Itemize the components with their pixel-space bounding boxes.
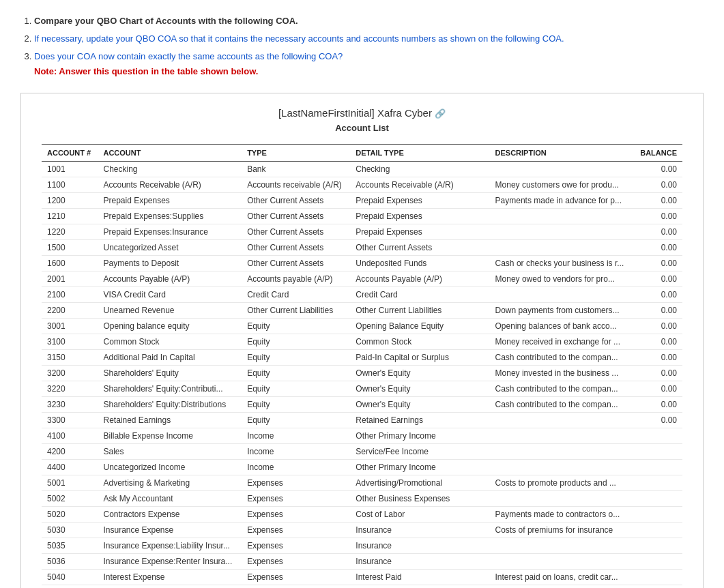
table-header: ACCOUNT # ACCOUNT TYPE DETAIL TYPE DESCR… [42, 145, 682, 162]
account-table: ACCOUNT # ACCOUNT TYPE DETAIL TYPE DESCR… [42, 144, 682, 588]
cell-account-num: 4200 [42, 444, 98, 460]
cell-type: Other Current Assets [242, 256, 350, 271]
cell-balance: 0.00 [633, 381, 682, 397]
cell-description [490, 428, 634, 444]
cell-account: Prepaid Expenses:Supplies [98, 209, 242, 224]
table-row: 1600Payments to DepositOther Current Ass… [42, 256, 682, 271]
cell-balance [633, 554, 682, 570]
cell-balance: 0.00 [633, 193, 682, 209]
cell-type: Equity [242, 413, 350, 428]
cell-detail-type: Service/Fee Income [350, 444, 489, 460]
cell-balance [633, 475, 682, 491]
cell-type: Expenses [242, 538, 350, 554]
cell-description [490, 554, 634, 570]
cell-description [490, 491, 634, 507]
instruction-1: Compare your QBO Chart of Accounts with … [34, 14, 704, 29]
cell-type: Equity [242, 319, 350, 334]
cell-account: Payments to Deposit [98, 256, 242, 271]
cell-detail-type: Legal & Professional Fees [350, 585, 489, 588]
table-row: 1500Uncategorized AssetOther Current Ass… [42, 240, 682, 256]
document-container: [LastNameFirstInitial] Xafra Cyber 🔗 Acc… [20, 93, 704, 588]
cell-balance [633, 491, 682, 507]
table-row: 2200Unearned RevenueOther Current Liabil… [42, 303, 682, 319]
link-icon[interactable]: 🔗 [435, 108, 446, 119]
cell-type: Other Current Assets [242, 209, 350, 224]
cell-account-num: 1500 [42, 240, 98, 256]
cell-description [490, 240, 634, 256]
cell-detail-type: Other Current Liabilities [350, 303, 489, 319]
cell-balance: 0.00 [633, 177, 682, 193]
cell-type: Expenses [242, 491, 350, 507]
cell-detail-type: Advertising/Promotional [350, 475, 489, 491]
cell-balance: 0.00 [633, 303, 682, 319]
cell-detail-type: Cost of Labor [350, 507, 489, 523]
cell-account: Unearned Revenue [98, 303, 242, 319]
cell-description: Opening balances of bank acco... [490, 319, 634, 334]
table-row: 1100Accounts Receivable (A/R)Accounts re… [42, 177, 682, 193]
instructions-section: Compare your QBO Chart of Accounts with … [20, 14, 704, 79]
cell-description: Money customers owe for produ... [490, 177, 634, 193]
table-row: 1220Prepaid Expenses:InsuranceOther Curr… [42, 224, 682, 240]
cell-balance [633, 507, 682, 523]
cell-type: Accounts payable (A/P) [242, 271, 350, 287]
col-type: TYPE [242, 145, 350, 162]
col-account-num: ACCOUNT # [42, 145, 98, 162]
cell-account-num: 5036 [42, 554, 98, 570]
col-description: DESCRIPTION [490, 145, 634, 162]
table-row: 4400Uncategorized IncomeIncomeOther Prim… [42, 460, 682, 475]
cell-detail-type: Insurance [350, 523, 489, 538]
table-row: 3150Additional Paid In CapitalEquityPaid… [42, 350, 682, 366]
cell-detail-type: Other Primary Income [350, 428, 489, 444]
table-row: 5036Insurance Expense:Renter Insura...Ex… [42, 554, 682, 570]
cell-account-num: 3200 [42, 366, 98, 381]
table-row: 5030Insurance ExpenseExpensesInsuranceCo… [42, 523, 682, 538]
cell-account: Retained Earnings [98, 413, 242, 428]
cell-detail-type: Prepaid Expenses [350, 224, 489, 240]
cell-detail-type: Credit Card [350, 287, 489, 303]
cell-balance: 0.00 [633, 162, 682, 177]
col-account: ACCOUNT [98, 145, 242, 162]
cell-detail-type: Opening Balance Equity [350, 319, 489, 334]
table-row: 1210Prepaid Expenses:SuppliesOther Curre… [42, 209, 682, 224]
table-row: 3001Opening balance equityEquityOpening … [42, 319, 682, 334]
cell-account: Uncategorized Asset [98, 240, 242, 256]
cell-type: Accounts receivable (A/R) [242, 177, 350, 193]
cell-balance [633, 585, 682, 588]
cell-type: Expenses [242, 475, 350, 491]
cell-account: Accounts Receivable (A/R) [98, 177, 242, 193]
cell-detail-type: Owner's Equity [350, 397, 489, 413]
cell-account-num: 5035 [42, 538, 98, 554]
cell-balance: 0.00 [633, 271, 682, 287]
cell-balance: 0.00 [633, 256, 682, 271]
instruction-2-text: If necessary, update your QBO COA so tha… [34, 33, 564, 44]
cell-description: Cash or checks your business is r... [490, 256, 634, 271]
cell-account-num: 3150 [42, 350, 98, 366]
cell-account: Contractors Expense [98, 507, 242, 523]
cell-balance: 0.00 [633, 413, 682, 428]
instruction-1-text: Compare your QBO Chart of Accounts with … [34, 16, 298, 26]
cell-balance [633, 538, 682, 554]
cell-account-num: 2100 [42, 287, 98, 303]
cell-balance: 0.00 [633, 240, 682, 256]
table-row: 2001Accounts Payable (A/P)Accounts payab… [42, 271, 682, 287]
table-row: 3230Shareholders' Equity:DistributionsEq… [42, 397, 682, 413]
cell-detail-type: Prepaid Expenses [350, 193, 489, 209]
cell-description: Interest paid on loans, credit car... [490, 570, 634, 585]
cell-account: Billable Expense Income [98, 428, 242, 444]
cell-account: Accounts Payable (A/P) [98, 271, 242, 287]
cell-detail-type: Accounts Receivable (A/R) [350, 177, 489, 193]
cell-detail-type: Other Current Assets [350, 240, 489, 256]
table-body: 1001CheckingBankChecking0.001100Accounts… [42, 162, 682, 588]
cell-type: Expenses [242, 554, 350, 570]
cell-balance: 0.00 [633, 209, 682, 224]
cell-account-num: 2001 [42, 271, 98, 287]
cell-detail-type: Owner's Equity [350, 366, 489, 381]
cell-account-num: 1600 [42, 256, 98, 271]
cell-balance: 0.00 [633, 397, 682, 413]
table-row: 3200Shareholders' EquityEquityOwner's Eq… [42, 366, 682, 381]
cell-description: Money received in exchange for ... [490, 334, 634, 350]
document-subtitle: Account List [42, 123, 682, 133]
cell-account: Prepaid Expenses [98, 193, 242, 209]
cell-type: Credit Card [242, 287, 350, 303]
cell-account: Uncategorized Income [98, 460, 242, 475]
